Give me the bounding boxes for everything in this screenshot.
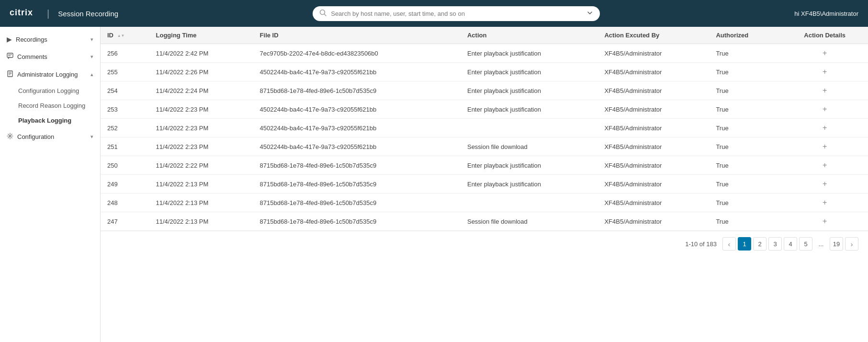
cell-action: Enter playback justification (461, 156, 597, 175)
cell-action: Enter playback justification (461, 100, 597, 119)
cell-id: 247 (101, 212, 149, 231)
table-row: 25411/4/2022 2:24 PM8715bd68-1e78-4fed-8… (101, 81, 868, 100)
table-row: 24911/4/2022 2:13 PM8715bd68-1e78-4fed-8… (101, 175, 868, 194)
pagination-info: 1-10 of 183 (685, 240, 717, 248)
cell-action-details[interactable]: + (781, 44, 868, 63)
col-id[interactable]: ID ▲▼ (101, 27, 149, 44)
svg-text:citrix: citrix (10, 8, 33, 17)
table-row: 25611/4/2022 2:42 PM7ec9705b-2202-47e4-b… (101, 44, 868, 63)
cell-action-executed-by: XF4B5/Administrator (597, 212, 709, 231)
cell-action: Enter playback justification (461, 81, 597, 100)
cell-file-id: 4502244b-ba4c-417e-9a73-c92055f621bb (253, 100, 461, 119)
col-action-details: Action Details (781, 27, 868, 44)
cell-action (461, 119, 597, 137)
sidebar-item-record-reason-logging[interactable]: Record Reason Logging (18, 98, 100, 113)
cell-authorized: True (709, 63, 781, 81)
content-area: ID ▲▼ Logging Time File ID Action Action… (101, 27, 868, 342)
table-header-row: ID ▲▼ Logging Time File ID Action Action… (101, 27, 868, 44)
page-1-button[interactable]: 1 (738, 237, 751, 251)
user-greeting: hi XF4B5\Administrator (794, 10, 858, 17)
search-icon (319, 9, 327, 18)
record-reason-label: Record Reason Logging (18, 102, 85, 109)
cell-authorized: True (709, 194, 781, 212)
cell-logging-time: 11/4/2022 2:42 PM (149, 44, 253, 63)
prev-page-button[interactable]: ‹ (722, 237, 736, 251)
cell-id: 255 (101, 63, 149, 81)
cell-logging-time: 11/4/2022 2:13 PM (149, 175, 253, 194)
cell-action: Session file download (461, 137, 597, 156)
cell-action-executed-by: XF4B5/Administrator (597, 194, 709, 212)
cell-id: 251 (101, 137, 149, 156)
cell-action: Enter playback justification (461, 44, 597, 63)
cell-id: 256 (101, 44, 149, 63)
sidebar-label-admin-logging: Administrator Logging (17, 71, 78, 78)
cell-authorized: True (709, 212, 781, 231)
cell-id: 250 (101, 156, 149, 175)
cell-action-executed-by: XF4B5/Administrator (597, 119, 709, 137)
cell-file-id: 8715bd68-1e78-4fed-89e6-1c50b7d535c9 (253, 156, 461, 175)
page-2-button[interactable]: 2 (753, 237, 767, 251)
cell-logging-time: 11/4/2022 2:23 PM (149, 137, 253, 156)
pagination-ellipsis: ... (814, 237, 828, 251)
sidebar: ▶ Recordings ▾ Comments ▾ (0, 27, 101, 342)
cell-id: 254 (101, 81, 149, 100)
cell-logging-time: 11/4/2022 2:24 PM (149, 81, 253, 100)
cell-action-details[interactable]: + (781, 137, 868, 156)
next-page-button[interactable]: › (845, 237, 858, 251)
pagination-bar: 1-10 of 183 ‹ 1 2 3 4 5 ... 19 › (101, 231, 868, 256)
sidebar-item-playback-logging[interactable]: Playback Logging (18, 113, 100, 128)
table-row: 25511/4/2022 2:26 PM4502244b-ba4c-417e-9… (101, 63, 868, 81)
page-4-button[interactable]: 4 (784, 237, 797, 251)
cell-action-executed-by: XF4B5/Administrator (597, 81, 709, 100)
cell-file-id: 8715bd68-1e78-4fed-89e6-1c50b7d535c9 (253, 212, 461, 231)
logo-area: citrix | Session Recording (10, 7, 118, 21)
search-input[interactable] (331, 10, 583, 17)
cell-action-executed-by: XF4B5/Administrator (597, 63, 709, 81)
sidebar-item-recordings[interactable]: ▶ Recordings ▾ (0, 31, 100, 48)
cell-file-id: 4502244b-ba4c-417e-9a73-c92055f621bb (253, 63, 461, 81)
cell-action: Session file download (461, 212, 597, 231)
cell-file-id: 7ec9705b-2202-47e4-b8dc-ed43823506b0 (253, 44, 461, 63)
cell-action-details[interactable]: + (781, 175, 868, 194)
cell-action-details[interactable]: + (781, 119, 868, 137)
sidebar-label-configuration: Configuration (17, 133, 54, 140)
page-5-button[interactable]: 5 (799, 237, 812, 251)
cell-action-details[interactable]: + (781, 156, 868, 175)
table-row: 24811/4/2022 2:13 PM8715bd68-1e78-4fed-8… (101, 194, 868, 212)
cell-action-details[interactable]: + (781, 100, 868, 119)
cell-action-details[interactable]: + (781, 63, 868, 81)
sidebar-sub-menu: Configuration Logging Record Reason Logg… (0, 83, 100, 128)
col-logging-time: Logging Time (149, 27, 253, 44)
table-row: 25311/4/2022 2:23 PM4502244b-ba4c-417e-9… (101, 100, 868, 119)
sidebar-item-admin-logging[interactable]: Administrator Logging ▴ (0, 66, 100, 83)
cell-file-id: 8715bd68-1e78-4fed-89e6-1c50b7d535c9 (253, 175, 461, 194)
col-action: Action (461, 27, 597, 44)
last-page-button[interactable]: 19 (830, 237, 843, 251)
cell-action-executed-by: XF4B5/Administrator (597, 156, 709, 175)
cell-action-details[interactable]: + (781, 212, 868, 231)
sidebar-item-comments[interactable]: Comments ▾ (0, 48, 100, 66)
cell-action-executed-by: XF4B5/Administrator (597, 137, 709, 156)
table-row: 25111/4/2022 2:23 PM4502244b-ba4c-417e-9… (101, 137, 868, 156)
col-file-id: File ID (253, 27, 461, 44)
cell-id: 248 (101, 194, 149, 212)
cell-authorized: True (709, 81, 781, 100)
sidebar-item-configuration[interactable]: Configuration ▾ (0, 128, 100, 146)
cell-action-details[interactable]: + (781, 194, 868, 212)
cell-file-id: 8715bd68-1e78-4fed-89e6-1c50b7d535c9 (253, 81, 461, 100)
cell-action-details[interactable]: + (781, 81, 868, 100)
sidebar-label-recordings: Recordings (16, 36, 47, 43)
table-row: 25011/4/2022 2:22 PM8715bd68-1e78-4fed-8… (101, 156, 868, 175)
cell-file-id: 4502244b-ba4c-417e-9a73-c92055f621bb (253, 137, 461, 156)
svg-line-2 (325, 14, 327, 16)
configuration-icon (7, 133, 13, 141)
cell-action: Enter playback justification (461, 63, 597, 81)
search-dropdown-icon[interactable] (586, 10, 593, 18)
sidebar-item-configuration-logging[interactable]: Configuration Logging (18, 83, 100, 98)
page-3-button[interactable]: 3 (768, 237, 782, 251)
recordings-icon: ▶ (7, 35, 12, 43)
cell-id: 249 (101, 175, 149, 194)
main-layout: ▶ Recordings ▾ Comments ▾ (0, 27, 868, 342)
cell-authorized: True (709, 137, 781, 156)
cell-logging-time: 11/4/2022 2:13 PM (149, 212, 253, 231)
